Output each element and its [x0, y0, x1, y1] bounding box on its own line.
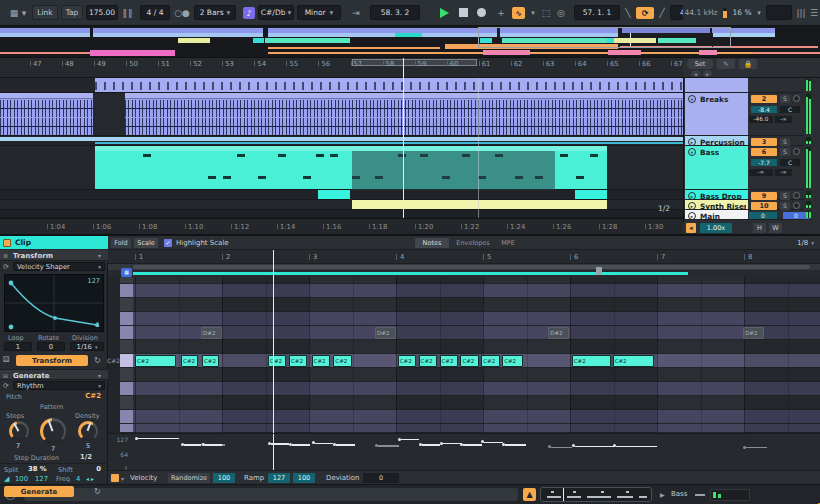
piano-key[interactable] [120, 340, 133, 353]
track-lane[interactable] [0, 190, 683, 200]
piano-key[interactable] [120, 396, 133, 409]
midi-note-c#2[interactable]: C#2 [613, 355, 655, 367]
piano-key[interactable] [120, 368, 133, 381]
set-locator-button[interactable]: Set [687, 59, 713, 69]
scale-fold-badge[interactable]: ▦ [121, 268, 132, 277]
midi-note-c#2[interactable]: C#2 [440, 355, 458, 367]
piano-key[interactable] [120, 312, 133, 325]
rotate-value[interactable]: 0 [37, 342, 65, 351]
pitch-value[interactable]: C#2 [85, 392, 101, 400]
arrangement-clip[interactable] [318, 190, 350, 199]
pan-field[interactable]: C [780, 159, 800, 166]
transform-section-header[interactable]: ≣ Transform ▾ [0, 250, 108, 261]
nudge-down-icon[interactable]: ‖‖ [122, 5, 134, 20]
midi-note-c#2[interactable]: C#2 [481, 355, 499, 367]
track-activator-button[interactable]: 10 [751, 202, 777, 210]
scale-mode-button[interactable]: Scale [134, 238, 158, 248]
midi-note-c#2[interactable]: C#2 [312, 355, 330, 367]
track-unfold-icon[interactable]: ▾ [688, 95, 696, 103]
velocity-low-value[interactable]: 100 [15, 475, 28, 483]
transform-device-select[interactable]: Velocity Shaper▾ [13, 262, 105, 271]
warning-triangle-icon[interactable]: ▲ [523, 488, 536, 501]
loop-start-field[interactable]: 57. 1. 1 [574, 5, 620, 20]
overview-clip-segment[interactable] [395, 33, 422, 37]
track-name[interactable]: Main [700, 212, 746, 221]
sample-rate-label[interactable]: 44.1 kHz [683, 5, 719, 20]
freq-arrows-icon[interactable]: ◂ ▸ [86, 475, 94, 482]
lane-chevron-icon[interactable]: ▾ [121, 475, 124, 482]
midi-note-c#2[interactable]: C#2 [460, 355, 478, 367]
cpu-chevron-icon[interactable]: ▾ [755, 5, 763, 20]
randomize-button[interactable]: Randomize [168, 473, 210, 483]
cpu-load-label[interactable]: 16 % [730, 5, 754, 20]
follow-icon[interactable]: ⇥ [349, 5, 363, 20]
midi-note-d#2[interactable]: D#2 [375, 327, 396, 339]
generate-section-header[interactable]: ⊞ Generate ▾ [0, 369, 108, 380]
track-lane[interactable] [0, 93, 683, 136]
arrangement-area[interactable]: 1/2 [0, 78, 683, 218]
tempo-field[interactable]: 175.00 [86, 5, 118, 20]
randomize-amount-field[interactable]: 100 [213, 473, 235, 483]
capture-midi-icon[interactable]: ◎ [556, 5, 566, 20]
solo-button[interactable]: S [780, 192, 790, 200]
solo-button[interactable]: S [780, 202, 790, 210]
generate-collapse-icon[interactable]: ▾ [98, 372, 101, 379]
piano-key[interactable] [120, 424, 133, 432]
piano-key[interactable] [120, 326, 133, 339]
arm-button[interactable] [793, 95, 800, 102]
volume-field[interactable]: -7.7 [751, 159, 777, 166]
track-lane[interactable] [0, 200, 683, 210]
arrangement-lock-icon[interactable]: 🔒 [739, 59, 757, 69]
bar-ruler[interactable]: 4748495051525354555657585960616263646566… [0, 58, 683, 78]
midi-note-c#2[interactable]: C#2 [268, 355, 286, 367]
track-activator-button[interactable]: 9 [751, 192, 777, 200]
locator-pencil-icon[interactable]: ✎ [717, 59, 735, 69]
steps-knob[interactable] [9, 421, 29, 441]
midi-note-c#2[interactable]: C#2 [333, 355, 351, 367]
draw-grid-icon[interactable]: ⬚ [540, 5, 552, 20]
zoom-amount-field[interactable]: 1.00x [700, 223, 732, 233]
main-volume-field[interactable]: 0 [749, 212, 777, 219]
overdub-plus-icon[interactable]: + [496, 5, 506, 20]
overview-viewport[interactable] [478, 27, 731, 48]
next-locator-button[interactable]: ▸ [703, 70, 712, 77]
options-grid-icon[interactable]: ▦ [7, 5, 21, 20]
arrangement-clip[interactable] [0, 93, 93, 135]
piano-key[interactable] [120, 382, 133, 395]
track-name[interactable]: Bass [700, 148, 746, 157]
arrangement-clip[interactable] [95, 78, 683, 92]
velocity-lane[interactable]: 127641 [108, 433, 820, 470]
editor-beat-ruler[interactable]: 12345678 [108, 250, 820, 263]
track-lane[interactable] [0, 136, 683, 146]
deviation-field[interactable]: 0 [363, 473, 399, 483]
overview-clip-segment[interactable] [483, 50, 530, 55]
gain-field-2[interactable]: -∞ [775, 169, 792, 176]
midi-note-c#2[interactable]: C#2 [502, 355, 523, 367]
scale-root-menu[interactable]: C#/Db▾ [258, 5, 294, 20]
tab-envelopes[interactable]: Envelopes [452, 238, 494, 248]
clip-title-bar[interactable]: Clip [0, 236, 108, 249]
piano-key[interactable] [120, 284, 133, 297]
arm-button[interactable] [793, 148, 800, 155]
punch-out-icon[interactable]: ╱ [657, 5, 667, 20]
track-activator-button[interactable]: 3 [751, 138, 777, 146]
menu-icon[interactable]: ☰ [809, 5, 819, 20]
track-name[interactable]: Breaks [700, 95, 746, 104]
piano-key[interactable] [120, 410, 133, 423]
shift-value[interactable]: 0 [96, 465, 101, 473]
follow-song-icon[interactable]: ◂ [686, 223, 696, 233]
division-value[interactable]: 1/16▾ [70, 342, 104, 351]
piano-key[interactable] [120, 354, 133, 367]
lane-color-icon[interactable] [111, 474, 119, 482]
mixer-toggle-icon[interactable]: ||| [796, 5, 806, 20]
overview-clip-segment[interactable] [268, 47, 440, 49]
arrangement-clip[interactable] [125, 93, 683, 135]
overview-clip-segment[interactable] [0, 33, 90, 37]
track-color-area[interactable] [685, 78, 748, 93]
overview-clip-segment[interactable] [753, 52, 820, 54]
scale-name-menu[interactable]: Minor▾ [297, 5, 341, 20]
freq-value[interactable]: 4 [76, 475, 80, 483]
overview-clip-segment[interactable] [93, 33, 263, 37]
midi-note-c#2[interactable]: C#2 [572, 355, 611, 367]
highlight-scale-checkbox[interactable]: ✓ [164, 239, 172, 247]
